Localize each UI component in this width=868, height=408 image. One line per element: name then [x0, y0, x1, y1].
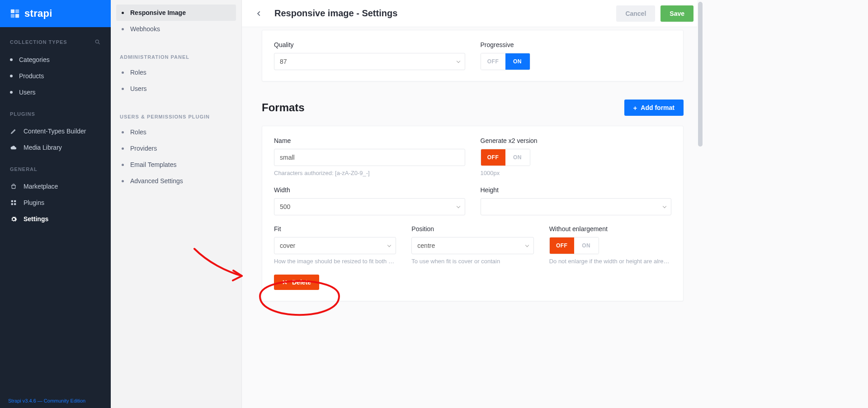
quality-input[interactable]	[274, 53, 465, 70]
subnav-label: Providers	[130, 145, 157, 152]
subnav-heading-admin: ADMINISTRATION PANEL	[116, 49, 236, 64]
without-enlarge-label: Without enlargement	[549, 225, 671, 232]
progressive-label: Progressive	[481, 41, 672, 48]
nav-item-content-types-builder[interactable]: Content-Types Builder	[10, 123, 101, 139]
window-scrollbar[interactable]	[697, 0, 703, 408]
progressive-toggle[interactable]: OFF ON	[481, 53, 530, 70]
svg-rect-2	[11, 14, 14, 18]
name-help: Characters authorized: [a-zA-Z0-9_-]	[274, 170, 465, 176]
nav-heading-general: GENERAL	[10, 166, 101, 172]
strapi-icon	[10, 9, 20, 19]
gen2x-toggle[interactable]: OFF ON	[481, 149, 530, 166]
toggle-on: ON	[574, 237, 599, 254]
save-button[interactable]: Save	[660, 5, 693, 22]
height-input[interactable]	[481, 198, 672, 215]
svg-point-4	[95, 40, 99, 43]
subnav-heading-users-perms: USERS & PERMISSIONS PLUGIN	[116, 109, 236, 124]
chevron-left-icon	[256, 10, 262, 17]
dot-icon	[10, 91, 13, 94]
subnav-admin-users[interactable]: Users	[116, 81, 236, 97]
svg-rect-9	[14, 203, 16, 205]
svg-rect-0	[11, 9, 14, 13]
subnav-up-providers[interactable]: Providers	[116, 140, 236, 157]
nav-label: Products	[19, 72, 44, 80]
toggle-off: OFF	[481, 149, 505, 166]
nav-heading-collection-types: COLLECTION TYPES	[10, 39, 101, 45]
cancel-button[interactable]: Cancel	[616, 5, 655, 22]
nav-label: Marketplace	[24, 183, 58, 190]
subnav-label: Roles	[130, 69, 146, 76]
toggle-on: ON	[505, 53, 530, 70]
nav-item-media-library[interactable]: Media Library	[10, 139, 101, 156]
without-enlarge-help: Do not enlarge if the width or height ar…	[549, 258, 671, 265]
svg-line-5	[99, 43, 100, 44]
width-input[interactable]	[274, 198, 465, 215]
toggle-off: OFF	[481, 53, 505, 70]
svg-rect-6	[11, 200, 13, 202]
quality-label: Quality	[274, 41, 465, 48]
nav-item-categories[interactable]: Categories	[10, 52, 101, 68]
dot-icon	[122, 164, 124, 166]
brand-text: strapi	[24, 8, 52, 19]
subnav-label: Advanced Settings	[130, 177, 183, 185]
nav-label: Users	[19, 89, 36, 96]
nav-label: Plugins	[24, 199, 44, 206]
subnav-up-advanced[interactable]: Advanced Settings	[116, 173, 236, 189]
dot-icon	[10, 75, 13, 77]
brand-logo[interactable]: strapi	[0, 0, 111, 27]
position-label: Position	[411, 225, 533, 232]
nav-label: Settings	[24, 215, 48, 223]
subnav-responsive-image[interactable]: Responsive Image	[116, 5, 236, 21]
position-select[interactable]	[411, 237, 533, 254]
toggle-on: ON	[505, 149, 530, 166]
dot-icon	[122, 28, 124, 30]
nav-label: Categories	[19, 56, 50, 63]
bag-icon	[10, 183, 17, 190]
dot-icon	[122, 131, 124, 133]
subnav-webhooks[interactable]: Webhooks	[116, 21, 236, 37]
nav-item-settings[interactable]: Settings	[10, 211, 101, 227]
grid-icon	[10, 199, 17, 206]
add-format-button[interactable]: + Add format	[624, 100, 684, 116]
dot-icon	[122, 180, 124, 182]
name-input[interactable]	[274, 149, 465, 166]
nav-item-products[interactable]: Products	[10, 68, 101, 84]
toggle-off: OFF	[550, 237, 574, 254]
add-format-label: Add format	[641, 104, 675, 111]
cloud-icon	[10, 144, 17, 151]
nav-item-plugins[interactable]: Plugins	[10, 195, 101, 211]
position-help: To use when fit is cover or contain	[411, 258, 533, 265]
svg-rect-3	[15, 14, 19, 18]
without-enlarge-toggle[interactable]: OFF ON	[549, 237, 599, 254]
subnav-up-roles[interactable]: Roles	[116, 124, 236, 140]
width-label: Width	[274, 186, 465, 194]
subnav-up-email-templates[interactable]: Email Templates	[116, 157, 236, 173]
gen2x-help: 1000px	[481, 170, 672, 176]
subnav-admin-roles[interactable]: Roles	[116, 64, 236, 81]
gear-icon	[10, 215, 17, 223]
delete-label: Delete	[292, 279, 311, 286]
nav-item-marketplace[interactable]: Marketplace	[10, 178, 101, 195]
dot-icon	[122, 147, 124, 150]
nav-label: Content-Types Builder	[24, 128, 86, 135]
nav-item-users[interactable]: Users	[10, 84, 101, 100]
pencil-icon	[10, 128, 17, 135]
close-icon: ✕	[282, 279, 288, 286]
fit-label: Fit	[274, 225, 396, 232]
fit-select[interactable]	[274, 237, 396, 254]
subnav-label: Roles	[130, 128, 146, 136]
nav-heading-plugins: PLUGINS	[10, 111, 101, 117]
dot-icon	[122, 12, 124, 14]
search-icon[interactable]	[94, 39, 101, 45]
plus-icon: +	[633, 104, 637, 112]
back-button[interactable]	[252, 6, 266, 21]
version-label: Strapi v3.4.6 — Community Edition	[0, 394, 111, 408]
dot-icon	[122, 88, 124, 90]
delete-format-button[interactable]: ✕ Delete	[274, 275, 319, 290]
subnav-label: Users	[130, 85, 147, 92]
dot-icon	[10, 58, 13, 61]
dot-icon	[122, 71, 124, 74]
subnav-label: Responsive Image	[130, 9, 186, 16]
svg-rect-7	[14, 200, 16, 202]
scrollbar-thumb[interactable]	[698, 2, 703, 147]
